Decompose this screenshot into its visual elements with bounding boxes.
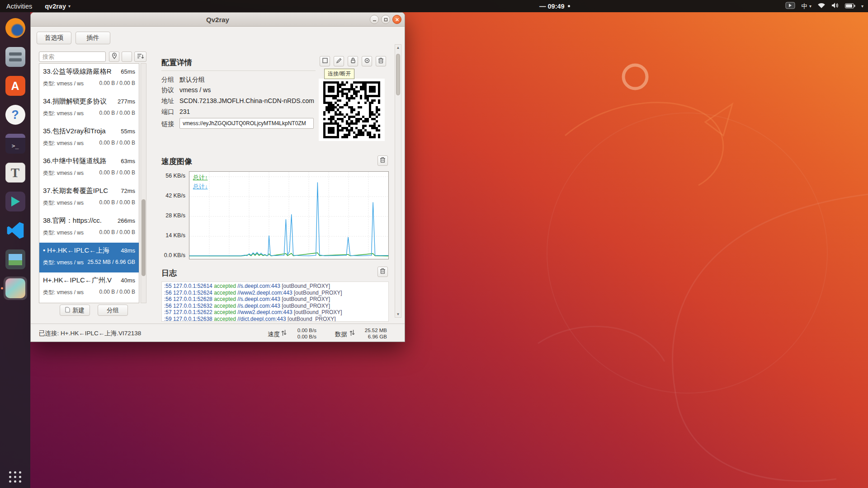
dock-item-terminal[interactable]: >_ xyxy=(4,132,27,155)
chart-legend-item[interactable]: 总计↑ xyxy=(193,174,208,182)
chart-legend-item[interactable]: 总计↓ xyxy=(193,183,208,191)
dock-item-media[interactable] xyxy=(4,190,27,213)
close-button[interactable] xyxy=(392,15,401,24)
address-field-label: 地址 xyxy=(161,97,174,105)
group-field-value: 默认分组 xyxy=(179,76,205,84)
share-link-input[interactable] xyxy=(179,118,314,129)
connect-disconnect-button[interactable] xyxy=(362,56,372,66)
chart-y-tick: 0.0 KB/s xyxy=(164,252,185,258)
log-line: :56 127.0.0.1:52624 accepted //www2.deep… xyxy=(164,290,386,296)
top-bar: Activities qv2ray ▾ — 09:49 中 ▾ xyxy=(0,0,868,12)
address-field-value: SCDN.72138.JMOFLH.China-nCDN-nRDS.com xyxy=(179,97,314,104)
scroll-down-icon[interactable]: ▼ xyxy=(395,312,401,316)
search-input[interactable] xyxy=(39,52,106,62)
connect-icon xyxy=(363,57,371,66)
server-item[interactable]: 34.捐贈解锁更多协议277ms类型: vmess / ws0.00 B / 0… xyxy=(39,94,139,123)
activities-button[interactable]: Activities xyxy=(6,3,32,10)
dock-item-qv2ray[interactable] xyxy=(4,277,27,300)
software-icon: A xyxy=(5,76,25,96)
scroll-up-icon[interactable]: ▲ xyxy=(395,46,401,50)
dock-item-help[interactable]: ? xyxy=(4,103,27,127)
location-pin-icon xyxy=(111,52,118,61)
system-menu-chevron-icon[interactable]: ▾ xyxy=(861,4,863,9)
server-item[interactable]: 38.官网：https://cc.266ms类型: vmess / ws0.00… xyxy=(39,213,139,243)
app-menu[interactable]: qv2ray ▾ xyxy=(45,3,71,10)
dock: A?>_T xyxy=(0,12,30,488)
scrollbar-thumb[interactable] xyxy=(396,54,400,95)
sort-button[interactable] xyxy=(134,52,146,62)
log-view[interactable]: :55 127.0.0.1:52614 accepted //s.deepl.c… xyxy=(161,282,389,322)
server-item[interactable]: 36.中继中转隧道线路63ms类型: vmess / ws0.00 B / 0.… xyxy=(39,153,139,183)
media-icon xyxy=(5,192,25,211)
dock-item-photos[interactable] xyxy=(4,248,27,271)
server-list-scrollbar[interactable] xyxy=(141,63,146,303)
dock-item-software[interactable]: A xyxy=(4,74,27,98)
window-title: Qv2ray xyxy=(206,16,229,23)
link-field-label: 链接 xyxy=(161,120,174,128)
edit-json-button[interactable] xyxy=(348,56,358,66)
trash-icon xyxy=(380,157,386,164)
show-applications-button[interactable] xyxy=(9,471,22,483)
dock-item-files[interactable] xyxy=(4,45,27,69)
input-method-indicator[interactable]: 中 ▾ xyxy=(801,2,811,10)
edit-config-button[interactable] xyxy=(334,56,344,66)
speed-label: 速度 xyxy=(268,330,280,338)
new-document-icon xyxy=(65,307,70,314)
blank-toggle-button[interactable] xyxy=(122,52,132,62)
group-button[interactable]: 分组 xyxy=(98,305,128,316)
log-section-title: 日志 xyxy=(161,268,177,278)
dock-item-firefox[interactable] xyxy=(4,16,27,40)
firefox-icon xyxy=(5,18,25,38)
maximize-button[interactable] xyxy=(381,15,390,24)
clock[interactable]: — 09:49 xyxy=(539,0,570,12)
chart-y-axis: 56 KB/s42 KB/s28 KB/s14 KB/s0.0 KB/s xyxy=(161,171,187,259)
preferences-button[interactable]: 首选项 xyxy=(37,32,71,44)
texteditor-icon: T xyxy=(5,163,25,183)
screen-record-indicator-icon[interactable] xyxy=(785,2,795,10)
clear-log-button[interactable] xyxy=(377,267,388,277)
latency-test-button[interactable] xyxy=(109,52,119,62)
square-icon xyxy=(321,57,329,66)
port-field-value: 231 xyxy=(179,108,190,115)
sort-icon xyxy=(137,52,144,61)
chart-y-tick: 14 KB/s xyxy=(165,232,185,239)
terminal-icon: >_ xyxy=(5,134,25,154)
server-item[interactable]: •H+.HK←IPLC←上海48ms类型: vmess / ws25.52 MB… xyxy=(39,243,139,272)
wifi-icon[interactable] xyxy=(817,2,826,10)
window-scrollbar[interactable]: ▲ ▼ xyxy=(395,44,401,318)
dock-item-texteditor[interactable]: T xyxy=(4,161,27,184)
log-line: :57 127.0.0.1:52622 accepted //www2.deep… xyxy=(164,309,386,316)
plugins-button[interactable]: 插件 xyxy=(75,32,110,44)
log-line: :59 127.0.0.1:52638 accepted //dict.deep… xyxy=(164,316,386,322)
window-titlebar[interactable]: Qv2ray xyxy=(31,13,405,27)
server-item[interactable]: 35.包括V2ray和Troja55ms类型: vmess / ws0.00 B… xyxy=(39,123,139,153)
new-config-button[interactable]: 新建 xyxy=(60,305,90,316)
log-line: :56 127.0.0.1:52632 accepted //s.deepl.c… xyxy=(164,303,386,310)
stop-button[interactable] xyxy=(320,56,330,66)
speed-section-title: 速度图像 xyxy=(161,156,192,167)
delete-config-button[interactable] xyxy=(376,56,386,66)
server-item[interactable]: H+.HK←IPLC←广州.V40ms类型: vmess / ws0.00 B … xyxy=(39,272,139,302)
server-item[interactable]: 37.长期套餐覆盖IPLC72ms类型: vmess / ws0.00 B / … xyxy=(39,183,139,213)
chart-y-tick: 56 KB/s xyxy=(165,173,185,179)
dock-item-vscode[interactable] xyxy=(4,219,27,242)
chevron-down-icon: ▾ xyxy=(68,4,71,9)
clear-graph-button[interactable] xyxy=(377,155,388,166)
chevron-down-icon: ▾ xyxy=(809,4,811,9)
connect-tooltip: 连接/断开 xyxy=(324,69,354,79)
protocol-field-value: vmess / ws xyxy=(179,86,211,94)
qv2ray-icon xyxy=(5,278,25,298)
trash-icon xyxy=(378,57,384,65)
protocol-field-label: 协议 xyxy=(161,86,174,94)
scrollbar-thumb[interactable] xyxy=(142,199,146,276)
battery-icon[interactable] xyxy=(845,3,855,10)
minimize-button[interactable] xyxy=(370,15,379,24)
qr-code xyxy=(319,79,385,141)
server-item[interactable]: 33.公益等级線路嚴格R65ms类型: vmess / ws0.00 B / 0… xyxy=(39,64,139,94)
volume-icon[interactable] xyxy=(831,2,839,10)
desktop: Activities qv2ray ▾ — 09:49 中 ▾ xyxy=(0,0,868,488)
lock-icon xyxy=(349,57,357,66)
help-icon: ? xyxy=(5,105,25,125)
chart-y-tick: 28 KB/s xyxy=(165,212,185,219)
pencil-icon xyxy=(335,57,343,66)
